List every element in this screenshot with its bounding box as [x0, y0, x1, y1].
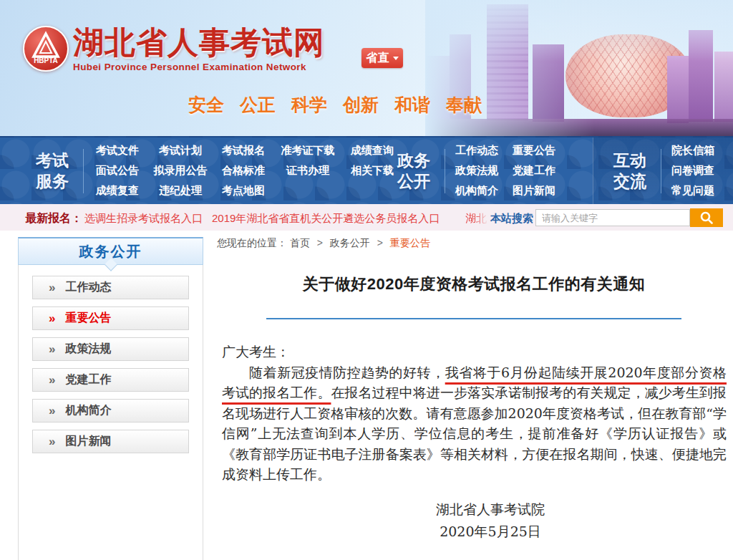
slogan-word: 奉献: [446, 93, 482, 117]
sidebar-item-org-profile[interactable]: » 机构简介: [32, 399, 189, 423]
nav-link[interactable]: 常见问题: [671, 184, 717, 198]
nav-link[interactable]: 院长信箱: [671, 144, 717, 158]
slogan-word: 和谐: [394, 93, 430, 117]
nav-link[interactable]: 面试公告: [96, 164, 139, 178]
article-body: 广大考生： 随着新冠疫情防控趋势的好转，我省将于6月份起陆续开展2020年度部分…: [215, 342, 733, 543]
nav-link[interactable]: 考点地图: [222, 184, 265, 198]
nav-link[interactable]: 证书办理: [286, 164, 329, 178]
main-navigation: 考试 服务 考试文件 考试计划 考试报名 准考证下载 成绩查询 面试公告 拟录用…: [0, 136, 733, 204]
sidebar-item-label: 政策法规: [65, 342, 111, 357]
sidebar: 政务公开 » 工作动态 » 重要公告 » 政策法规 » 党建工作: [18, 238, 203, 560]
nav-link[interactable]: 拟录用公告: [154, 164, 208, 178]
nav-link[interactable]: 问卷调查: [671, 164, 717, 178]
slogan-word: 创新: [343, 93, 379, 117]
article-salutation: 广大考生：: [222, 342, 733, 362]
site-titles: 湖北省人事考试网 Hubei Province Personnel Examin…: [73, 26, 325, 72]
search-button[interactable]: [690, 208, 723, 227]
nav-divider: [661, 149, 661, 193]
nav-divider: [83, 149, 84, 193]
article-signature: 湖北省人事考试院 2020年5月25日: [397, 498, 583, 543]
article-title: 关于做好2020年度资格考试报名工作的有关通知: [215, 274, 733, 295]
site-search-label: 本站搜索: [490, 212, 533, 226]
search-input[interactable]: [535, 209, 690, 226]
sidebar-item-photo-news[interactable]: » 图片新闻: [32, 430, 189, 453]
logo-text: HBPTA: [34, 57, 58, 64]
sidebar-menu: » 工作动态 » 重要公告 » 政策法规 » 党建工作 » 机构简介: [19, 276, 203, 453]
double-chevron-icon: »: [49, 312, 55, 324]
sidebar-item-label: 机构简介: [65, 403, 111, 418]
nav-link[interactable]: 违纪处理: [159, 184, 202, 198]
nav-group-title: 互动 交流: [606, 150, 654, 192]
nav-link[interactable]: 图片新闻: [513, 184, 558, 198]
title-divider-line: [266, 318, 681, 319]
nav-link[interactable]: 成绩查询: [351, 144, 394, 158]
sidebar-item-policies[interactable]: » 政策法规: [32, 337, 189, 361]
nav-divider: [445, 149, 445, 193]
double-chevron-icon: »: [49, 405, 55, 417]
hbpta-logo-icon: HBPTA: [23, 26, 69, 72]
breadcrumb-home[interactable]: 首页: [290, 237, 310, 248]
ticker-link[interactable]: 2019年湖北省省直机关公开遴选公务员报名入口: [212, 212, 440, 226]
nav-link[interactable]: 合格标准: [222, 164, 265, 178]
nav-link[interactable]: 政策法规: [455, 164, 501, 178]
sidebar-item-party-building[interactable]: » 党建工作: [32, 368, 189, 392]
ticker-label: 最新报名：: [25, 211, 82, 226]
slogan-word: 公正: [240, 93, 276, 117]
site-banner: HBPTA 湖北省人事考试网 Hubei Province Personnel …: [0, 0, 733, 136]
double-chevron-icon: »: [49, 343, 55, 355]
sidebar-item-label: 工作动态: [65, 280, 111, 295]
breadcrumb-prefix: 您现在的位置：: [217, 237, 287, 248]
slogan-word: 科学: [291, 93, 327, 117]
latest-registration-bar: 最新报名： 选调生招录考试报名入口 2019年湖北省省直机关公开遴选公务员报名入…: [0, 204, 733, 231]
breadcrumb-current[interactable]: 重要公告: [390, 237, 430, 248]
sidebar-item-work-news[interactable]: » 工作动态: [32, 276, 189, 299]
breadcrumb-separator: >: [317, 237, 323, 248]
paragraph-text: 随着新冠疫情防控趋势的好转，: [249, 365, 445, 380]
nav-group-gov-disclosure: 政务 公开 工作动态 重要公告 政策法规 党建工作 机构简介 图片新闻: [390, 137, 593, 204]
breadcrumb-gov-disclosure[interactable]: 政务公开: [330, 237, 370, 248]
region-dropdown-button[interactable]: 省直: [361, 48, 403, 68]
nav-group-title: 政务 公开: [390, 150, 437, 192]
caret-down-icon: [393, 57, 399, 60]
site-title: 湖北省人事考试网: [73, 26, 325, 59]
nav-link[interactable]: 机构简介: [455, 184, 501, 198]
double-chevron-icon: »: [49, 374, 55, 386]
site-subtitle: Hubei Province Personnel Examination Net…: [73, 62, 325, 72]
nav-group-interaction: 互动 交流 院长信箱 问卷调查 常见问题: [593, 137, 733, 204]
nav-link[interactable]: 成绩复查: [96, 184, 139, 198]
content-area: 政务公开 » 工作动态 » 重要公告 » 政策法规 » 党建工作: [0, 231, 733, 560]
ticker-link[interactable]: 选调生招录考试报名入口: [84, 212, 203, 226]
nav-links: 考试文件 考试计划 考试报名 准考证下载 成绩查询 面试公告 拟录用公告 合格标…: [94, 144, 396, 198]
site-logo[interactable]: HBPTA: [23, 26, 69, 72]
slogan-word: 安全: [188, 93, 224, 117]
sidebar-item-important-notices[interactable]: » 重要公告: [32, 306, 189, 330]
sidebar-item-label: 图片新闻: [65, 434, 111, 449]
signer: 湖北省人事考试院: [397, 498, 583, 521]
nav-link[interactable]: 考试计划: [159, 144, 202, 158]
nav-group-exam-services: 考试 服务 考试文件 考试计划 考试报名 准考证下载 成绩查询 面试公告 拟录用…: [29, 137, 390, 204]
search-icon: [699, 211, 714, 225]
article-paragraph: 随着新冠疫情防控趋势的好转，我省将于6月份起陆续开展2020年度部分资格考试的报…: [222, 362, 727, 485]
region-dropdown-label: 省直: [366, 51, 389, 66]
breadcrumb-separator: >: [377, 237, 383, 248]
nav-links: 院长信箱 问卷调查 常见问题: [671, 144, 717, 198]
nav-link[interactable]: 相关下载: [351, 164, 394, 178]
slogan: 安全 公正 科学 创新 和谐 奉献: [188, 93, 482, 117]
nav-link[interactable]: 重要公告: [513, 144, 558, 158]
nav-link[interactable]: 准考证下载: [281, 144, 335, 158]
nav-link[interactable]: 党建工作: [513, 164, 558, 178]
page: HBPTA 湖北省人事考试网 Hubei Province Personnel …: [0, 0, 733, 560]
sidebar-header: 政务公开: [18, 237, 203, 265]
nav-group-title: 考试 服务: [29, 150, 76, 192]
sidebar-item-label: 党建工作: [65, 372, 111, 387]
nav-link[interactable]: 工作动态: [455, 144, 501, 158]
publish-date: 2020年5月25日: [397, 521, 583, 543]
nav-links: 工作动态 重要公告 政策法规 党建工作 机构简介 图片新闻: [455, 144, 558, 198]
nav-link[interactable]: 考试报名: [222, 144, 265, 158]
double-chevron-icon: »: [49, 435, 55, 448]
ticker-link-truncated[interactable]: 湖北: [465, 212, 488, 226]
main-article: 您现在的位置： 首页 > 政务公开 > 重要公告 关于做好2020年度资格考试报…: [215, 231, 733, 560]
sidebar-item-label: 重要公告: [65, 311, 111, 326]
nav-link[interactable]: 考试文件: [96, 144, 139, 158]
double-chevron-icon: »: [49, 281, 55, 294]
